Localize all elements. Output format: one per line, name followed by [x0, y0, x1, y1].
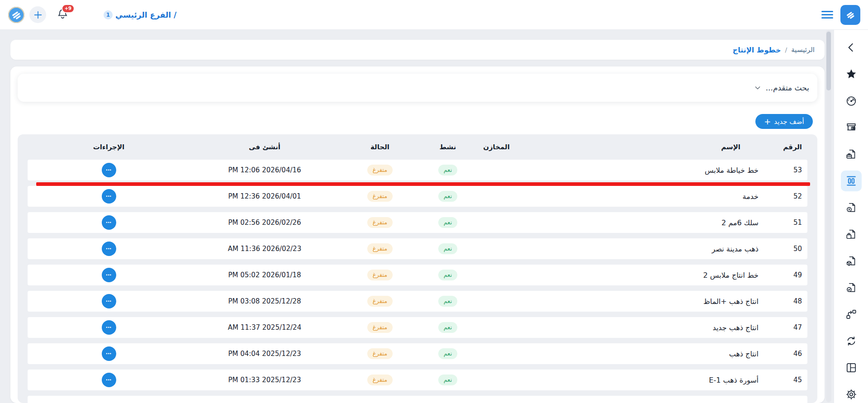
row-actions-button[interactable]: ••• [102, 320, 116, 335]
table-row: 51 سلك 6مم 2 نعم متفرغ PM 02:56 2026/02/… [28, 212, 807, 233]
table-header: الرقم الإسم المخازن نشط الحالة أنشئ فى ا… [18, 134, 817, 160]
app-logo-icon [844, 8, 857, 22]
row-actions-button[interactable]: ••• [102, 373, 116, 387]
advanced-search-toggle[interactable]: بحث متقدم... [18, 74, 817, 102]
cell-name: خط خياطة ملابس [518, 166, 762, 175]
table-row-partial [28, 396, 807, 403]
quick-add-button[interactable] [29, 6, 46, 23]
header-actions: الإجراءات [28, 143, 190, 151]
cell-created: PM 01:33 2025/12/23 [190, 376, 339, 384]
cell-number: 47 [762, 323, 807, 332]
cell-active: نعم [421, 165, 475, 175]
cell-created: PM 12:36 2026/04/01 [190, 192, 339, 200]
cell-status: متفرغ [339, 243, 421, 254]
header-created: أنشئ فى [190, 143, 339, 151]
header-active: نشط [421, 143, 475, 151]
cell-name: انتاج ذهب جديد [518, 323, 762, 332]
active-badge: نعم [438, 165, 458, 175]
active-badge: نعم [438, 191, 458, 202]
menu-toggle-icon[interactable] [821, 9, 833, 21]
cell-status: متفرغ [339, 217, 421, 228]
cell-number: 53 [762, 166, 807, 174]
sidebar [834, 29, 868, 403]
app-logo[interactable] [840, 5, 860, 25]
scrollbar-track[interactable] [826, 30, 831, 402]
cell-name: ذهب مدينة نصر [518, 245, 762, 253]
row-actions-button[interactable]: ••• [102, 189, 116, 204]
cell-status: متفرغ [339, 348, 421, 359]
gauge-icon[interactable] [845, 95, 857, 107]
header-name: الإسم [518, 143, 762, 151]
row-actions-button[interactable]: ••• [102, 242, 116, 256]
table-row: 46 انتاج ذهب نعم متفرغ PM 04:04 2025/12/… [28, 343, 807, 364]
plus-icon [33, 10, 43, 20]
production-lines-icon[interactable] [841, 171, 862, 191]
brand-logo[interactable] [8, 7, 24, 23]
chevron-left-icon[interactable] [845, 42, 857, 53]
status-badge: متفرغ [367, 348, 393, 359]
active-badge: نعم [438, 243, 458, 254]
chevron-down-icon [754, 84, 761, 91]
status-badge: متفرغ [367, 243, 393, 254]
main-content: الرئيسية / خطوط الإنتاج بحث متقدم... + أ… [10, 29, 825, 403]
row-actions-button[interactable]: ••• [102, 215, 116, 230]
cell-name: خدمة [518, 192, 762, 201]
active-badge: نعم [438, 296, 458, 307]
page-title: خطوط الإنتاج [733, 46, 781, 54]
document-check-icon[interactable] [845, 282, 857, 294]
star-icon[interactable] [845, 68, 857, 80]
cell-status: متفرغ [339, 165, 421, 175]
layout-grid-icon[interactable] [845, 362, 857, 374]
add-new-button[interactable]: + أضف جديد [755, 114, 813, 129]
document-coin-icon[interactable] [845, 202, 857, 213]
cell-status: متفرغ [339, 322, 421, 333]
header-status: الحالة [339, 143, 421, 151]
cell-actions: ••• [28, 189, 190, 204]
branch-selector[interactable]: الفرع الرئيسي / [115, 10, 176, 19]
document-briefcase-icon[interactable] [845, 148, 857, 160]
table-row: 53 خط خياطة ملابس نعم متفرغ PM 12:06 202… [28, 160, 807, 180]
row-actions-button[interactable]: ••• [102, 268, 116, 282]
row-actions-button[interactable]: ••• [102, 163, 116, 177]
cell-created: PM 02:56 2026/02/26 [190, 218, 339, 227]
cell-active: نعم [421, 322, 475, 333]
cell-number: 50 [762, 245, 807, 253]
scrollbar-thumb[interactable] [826, 32, 831, 90]
workflow-icon[interactable] [845, 308, 857, 320]
notifications-button[interactable]: +9 [57, 7, 70, 23]
sync-arrows-icon[interactable] [845, 335, 857, 347]
advanced-search-label: بحث متقدم... [766, 83, 809, 92]
document-bag-icon[interactable] [845, 228, 857, 240]
page-card: بحث متقدم... + أضف جديد الرقم الإسم المخ… [10, 66, 825, 403]
cell-number: 46 [762, 350, 807, 358]
topbar: +9 1 الفرع الرئيسي / [0, 0, 868, 30]
row-actions-button[interactable]: ••• [102, 294, 116, 308]
cell-actions: ••• [28, 346, 190, 361]
breadcrumb-home-link[interactable]: الرئيسية [791, 46, 815, 54]
cell-active: نعم [421, 348, 475, 359]
header-warehouses: المخازن [475, 143, 518, 151]
actions-row: + أضف جديد [18, 114, 817, 129]
cell-name: سلك 6مم 2 [518, 218, 762, 227]
table-row: 48 انتاج ذهب +الماظ نعم متفرغ PM 03:08 2… [28, 291, 807, 312]
cell-number: 45 [762, 376, 807, 384]
cell-status: متفرغ [339, 270, 421, 280]
status-badge: متفرغ [367, 217, 393, 228]
cell-actions: ••• [28, 163, 190, 177]
cell-name: انتاج ذهب [518, 350, 762, 358]
cell-active: نعم [421, 375, 475, 385]
cash-register-icon[interactable] [845, 122, 857, 133]
status-badge: متفرغ [367, 270, 393, 280]
cell-created: PM 03:08 2025/12/28 [190, 297, 339, 305]
status-badge: متفرغ [367, 296, 393, 307]
cell-number: 52 [762, 192, 807, 200]
cell-active: نعم [421, 270, 475, 280]
cell-number: 48 [762, 297, 807, 305]
cell-actions: ••• [28, 320, 190, 335]
active-badge: نعم [438, 348, 458, 359]
cell-status: متفرغ [339, 296, 421, 307]
document-box-icon[interactable] [845, 255, 857, 267]
table-row: 50 ذهب مدينة نصر نعم متفرغ AM 11:36 2026… [28, 238, 807, 259]
gear-icon[interactable] [845, 389, 857, 400]
row-actions-button[interactable]: ••• [102, 346, 116, 361]
